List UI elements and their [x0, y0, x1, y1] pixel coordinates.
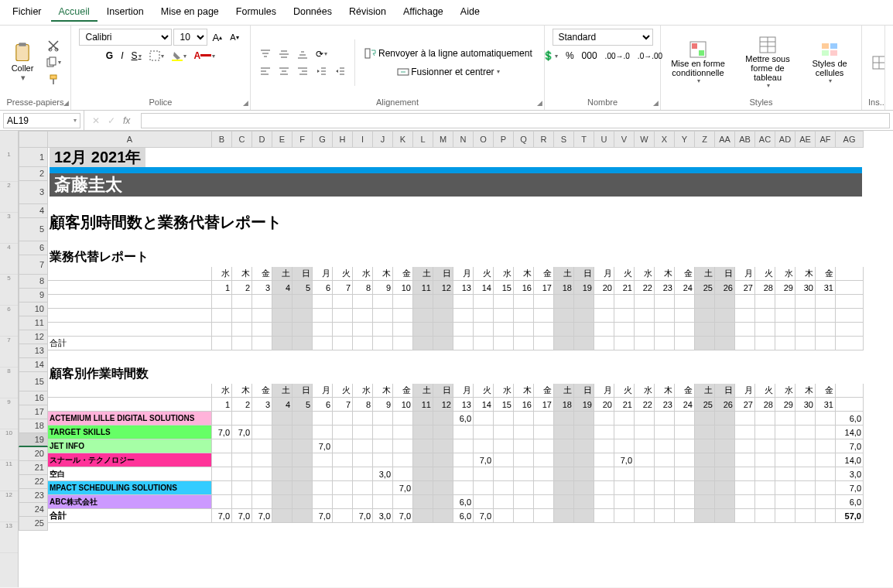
col-header-I[interactable]: I [353, 131, 373, 148]
increase-indent-button[interactable] [331, 64, 348, 78]
row-header-10[interactable]: 10 [19, 303, 48, 316]
merge-center-button[interactable]: Fusionner et centrer▾ [361, 64, 535, 80]
row-header-5[interactable]: 5 [19, 218, 48, 241]
select-all-corner[interactable] [19, 131, 48, 148]
col-header-V[interactable]: V [614, 131, 635, 148]
alignment-launcher[interactable]: ◢ [537, 99, 542, 107]
row-header-22[interactable]: 22 [19, 475, 48, 489]
row-header-15[interactable]: 15 [19, 372, 48, 391]
comma-button[interactable]: 000 [579, 49, 600, 63]
cells-region[interactable]: 12月 2021年斎藤圭太顧客別時間数と業務代替レポート業務代替レポート水木金土… [48, 148, 864, 523]
accounting-format-button[interactable]: 💲▾ [539, 49, 561, 63]
menu-fichier[interactable]: Fichier [5, 3, 50, 22]
row-header-12[interactable]: 12 [19, 330, 48, 344]
col-header-AA[interactable]: AA [715, 131, 735, 148]
row-header-20[interactable]: 20 [19, 447, 48, 461]
col-header-Y[interactable]: Y [675, 131, 695, 148]
col-header-AB[interactable]: AB [735, 131, 755, 148]
font-color-button[interactable]: A▾ [191, 49, 219, 63]
row-header-7[interactable]: 7 [19, 255, 48, 275]
row-header-8[interactable]: 8 [19, 275, 48, 289]
menu-mise-en-page[interactable]: Mise en page [153, 3, 227, 22]
col-header-AF[interactable]: AF [816, 131, 836, 148]
paste-button[interactable]: Coller ▾ [6, 40, 39, 84]
wrap-text-button[interactable]: Renvoyer à la ligne automatiquement [361, 46, 535, 61]
col-header-AG[interactable]: AG [836, 131, 864, 148]
menu-aide[interactable]: Aide [453, 3, 488, 22]
col-header-T[interactable]: T [574, 131, 594, 148]
row-header-17[interactable]: 17 [19, 405, 48, 419]
cell-styles-button[interactable]: Styles de cellules▾ [806, 39, 853, 86]
col-header-B[interactable]: B [212, 131, 232, 148]
row-header-1[interactable]: 1 [19, 148, 48, 167]
col-header-Z[interactable]: Z [695, 131, 715, 148]
row-header-25[interactable]: 25 [19, 517, 48, 531]
col-header-N[interactable]: N [453, 131, 474, 148]
row-header-9[interactable]: 9 [19, 289, 48, 303]
col-header-O[interactable]: O [474, 131, 494, 148]
col-header-A[interactable]: A [48, 131, 212, 148]
col-header-AE[interactable]: AE [795, 131, 816, 148]
col-header-L[interactable]: L [413, 131, 433, 148]
align-middle-button[interactable] [275, 47, 293, 61]
number-format-select[interactable]: Standard [553, 29, 653, 46]
row-header-11[interactable]: 11 [19, 316, 48, 330]
name-box[interactable]: AL19▾ [3, 113, 80, 128]
conditional-format-button[interactable]: Mise en forme conditionnelle▾ [667, 39, 729, 86]
copy-button[interactable]: ▾ [42, 55, 64, 70]
col-header-AC[interactable]: AC [755, 131, 775, 148]
col-header-D[interactable]: D [252, 131, 272, 148]
align-left-button[interactable] [257, 64, 274, 78]
fx-button[interactable]: fx [120, 114, 133, 128]
bold-button[interactable]: G [103, 49, 116, 63]
col-header-Q[interactable]: Q [514, 131, 534, 148]
align-top-button[interactable] [257, 47, 274, 61]
decrease-font-button[interactable]: A▾ [227, 31, 241, 43]
cancel-formula-button[interactable]: ✕ [89, 114, 103, 128]
col-header-E[interactable]: E [272, 131, 293, 148]
row-header-23[interactable]: 23 [19, 489, 48, 503]
col-header-W[interactable]: W [635, 131, 655, 148]
number-launcher[interactable]: ◢ [653, 99, 659, 107]
row-header-18[interactable]: 18 [19, 419, 48, 433]
font-launcher[interactable]: ◢ [243, 99, 248, 107]
row-header-19[interactable]: 19 [19, 433, 48, 447]
format-table-button[interactable]: Mettre sous forme de tableau▾ [737, 34, 799, 91]
increase-font-button[interactable]: A▴ [209, 30, 225, 45]
align-center-button[interactable] [275, 64, 293, 78]
orientation-button[interactable]: ⟳▾ [313, 47, 330, 61]
row-header-21[interactable]: 21 [19, 461, 48, 475]
col-header-M[interactable]: M [433, 131, 453, 148]
enter-formula-button[interactable]: ✓ [104, 114, 118, 128]
italic-button[interactable]: I [118, 49, 126, 63]
col-header-K[interactable]: K [393, 131, 413, 148]
row-header-2[interactable]: 2 [19, 167, 48, 181]
col-header-C[interactable]: C [232, 131, 252, 148]
menu-formules[interactable]: Formules [228, 3, 284, 22]
col-header-X[interactable]: X [655, 131, 675, 148]
underline-button[interactable]: S▾ [128, 49, 145, 63]
row-header-24[interactable]: 24 [19, 503, 48, 517]
row-header-4[interactable]: 4 [19, 204, 48, 218]
cut-button[interactable] [42, 38, 64, 53]
increase-decimal-button[interactable]: .00→.0 [602, 50, 633, 62]
col-header-F[interactable]: F [293, 131, 313, 148]
menu-donnees[interactable]: Données [286, 3, 340, 22]
col-header-G[interactable]: G [313, 131, 333, 148]
col-header-H[interactable]: H [333, 131, 353, 148]
fill-color-button[interactable]: ▾ [169, 49, 190, 63]
row-header-16[interactable]: 16 [19, 391, 48, 405]
align-bottom-button[interactable] [294, 47, 311, 61]
menu-insertion[interactable]: Insertion [99, 3, 152, 22]
col-header-P[interactable]: P [494, 131, 514, 148]
row-header-3[interactable]: 3 [19, 181, 48, 204]
align-right-button[interactable] [294, 64, 311, 78]
col-header-U[interactable]: U [594, 131, 614, 148]
menu-revision[interactable]: Révision [341, 3, 394, 22]
row-header-6[interactable]: 6 [19, 241, 48, 255]
clipboard-launcher[interactable]: ◢ [63, 99, 69, 107]
format-painter-button[interactable] [42, 72, 64, 87]
col-header-S[interactable]: S [554, 131, 574, 148]
spreadsheet-grid[interactable]: 1234567891011121314151617181920212223242… [19, 131, 893, 587]
formula-input[interactable] [141, 113, 890, 128]
